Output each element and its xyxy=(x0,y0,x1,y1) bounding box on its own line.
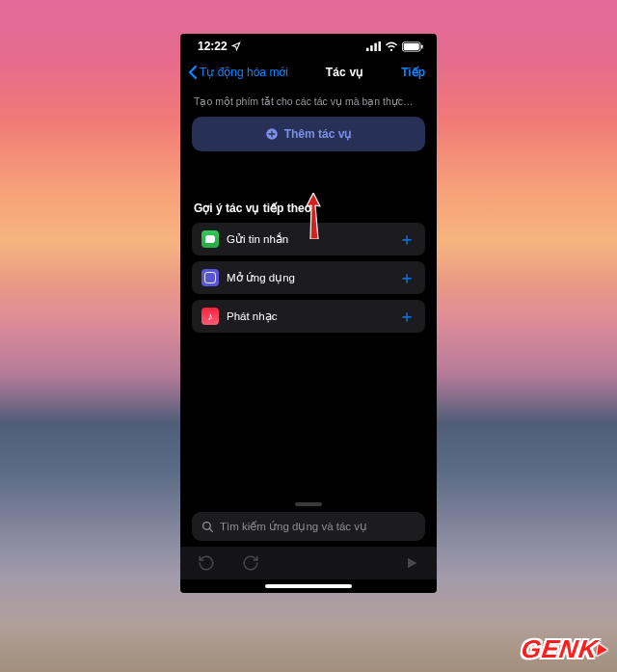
hint-text: Tạo một phím tắt cho các tác vụ mà bạn t… xyxy=(194,95,425,107)
back-label: Tự động hóa mới xyxy=(200,66,288,79)
suggestion-item-open-app[interactable]: Mở ứng dụng ＋ xyxy=(192,261,425,294)
location-icon xyxy=(231,41,241,51)
undo-icon[interactable] xyxy=(198,554,215,572)
status-time: 12:22 xyxy=(198,40,228,53)
nav-title: Tác vụ xyxy=(326,66,364,79)
back-button[interactable]: Tự động hóa mới xyxy=(188,65,288,80)
signal-icon xyxy=(366,41,381,51)
suggestion-label: Mở ứng dụng xyxy=(227,271,390,284)
suggestion-label: Gửi tin nhắn xyxy=(227,232,390,246)
search-icon xyxy=(201,521,214,533)
suggestion-item-messages[interactable]: Gửi tin nhắn ＋ xyxy=(192,223,425,255)
watermark-arrow-icon xyxy=(597,644,608,656)
svg-rect-6 xyxy=(421,44,423,48)
add-action-button[interactable]: Thêm tác vụ xyxy=(192,117,425,151)
suggestion-item-play-music[interactable]: Phát nhạc ＋ xyxy=(192,300,425,333)
phone-frame: 12:22 Tự động hóa mới Tác vụ Tiếp Tạo mộ… xyxy=(180,34,437,593)
status-bar: 12:22 xyxy=(180,34,437,59)
bottom-toolbar xyxy=(180,547,437,579)
shortcuts-icon xyxy=(201,269,219,286)
svg-marker-10 xyxy=(408,558,416,569)
add-icon: ＋ xyxy=(398,308,416,325)
watermark: GENK xyxy=(520,634,609,664)
play-icon[interactable] xyxy=(404,555,419,571)
add-icon: ＋ xyxy=(398,269,416,286)
sheet-grabber[interactable] xyxy=(295,502,322,506)
svg-rect-0 xyxy=(366,48,369,51)
music-icon xyxy=(201,308,219,325)
suggestions-title: Gợi ý tác vụ tiếp theo xyxy=(194,202,425,215)
plus-circle-icon xyxy=(265,127,279,141)
svg-line-9 xyxy=(209,528,212,531)
svg-rect-3 xyxy=(379,41,382,51)
home-indicator[interactable] xyxy=(265,584,352,588)
battery-icon xyxy=(402,41,423,52)
chevron-left-icon xyxy=(188,65,198,80)
search-field[interactable] xyxy=(192,512,425,541)
search-input[interactable] xyxy=(220,521,416,532)
wifi-icon xyxy=(385,41,398,51)
redo-icon[interactable] xyxy=(242,554,259,572)
watermark-text: GENK xyxy=(520,634,600,664)
svg-rect-1 xyxy=(370,45,373,51)
svg-rect-2 xyxy=(374,43,377,51)
next-button[interactable]: Tiếp xyxy=(401,66,425,79)
add-icon: ＋ xyxy=(398,230,416,248)
suggestion-label: Phát nhạc xyxy=(227,309,390,323)
messages-icon xyxy=(201,230,219,248)
nav-bar: Tự động hóa mới Tác vụ Tiếp xyxy=(180,59,437,88)
svg-rect-5 xyxy=(404,43,419,50)
add-action-label: Thêm tác vụ xyxy=(284,127,353,141)
